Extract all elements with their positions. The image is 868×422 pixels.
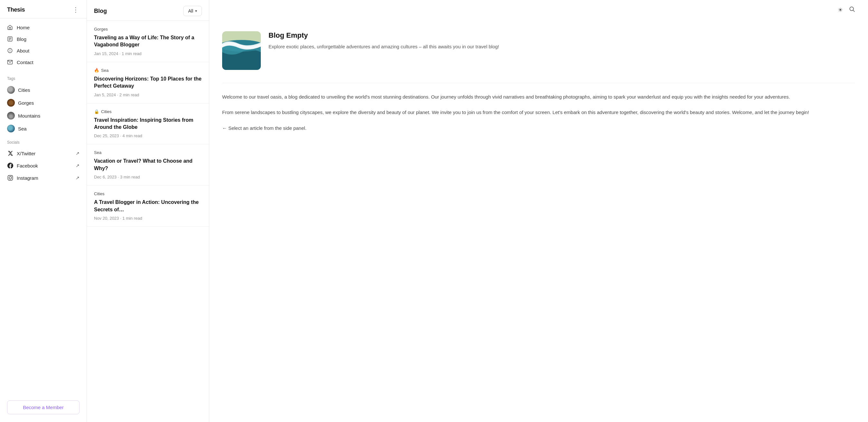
search-icon[interactable] [849,6,855,14]
lock-tag-icon: 🔒 [94,109,99,114]
sidebar-item-cities[interactable]: Cities [0,84,87,96]
filter-dropdown[interactable]: All ▾ [183,6,202,16]
social-item-facebook[interactable]: Facebook ↗ [0,159,87,172]
blog-empty-description: Explore exotic places, unforgettable adv… [269,43,499,51]
sidebar-item-contact[interactable]: Contact [0,56,87,68]
main-nav: Home Blog About [0,18,87,71]
sidebar-bottom: Become a Member [0,394,87,422]
article-read: 3 min read [120,175,140,179]
article-read: 1 min read [122,216,142,221]
sidebar: Thesis ⋮ Home Blog [0,0,87,422]
about-icon [7,48,13,54]
become-member-button[interactable]: Become a Member [7,400,80,414]
svg-rect-8 [8,176,13,180]
sea-tag-icon: 🔥 [94,68,99,73]
blog-label: Blog [17,36,26,42]
chevron-down-icon: ▾ [195,9,197,13]
blog-description: Welcome to our travel oasis, a blog dedi… [222,93,855,132]
svg-point-6 [10,50,10,50]
article-title: Traveling as a Way of Life: The Story of… [94,34,202,49]
cities-label: Cities [18,87,30,93]
home-label: Home [17,25,30,30]
social-item-twitter[interactable]: X/Twitter ↗ [0,147,87,159]
article-tag: Cities [101,109,112,114]
contact-label: Contact [17,60,33,65]
blog-empty-card: Blog Empty Explore exotic places, unforg… [222,31,855,70]
filter-label: All [188,8,193,13]
sidebar-item-blog[interactable]: Blog [0,33,87,45]
twitter-label: X/Twitter [17,151,35,156]
sidebar-item-sea[interactable]: Sea [0,122,87,135]
article-meta: Nov 20, 2023 · 1 min read [94,216,202,221]
blog-panel-title: Blog [94,8,107,14]
theme-toggle-icon[interactable]: ☀ [838,6,843,13]
article-title: Discovering Horizons: Top 10 Places for … [94,76,202,90]
facebook-arrow-icon: ↗ [76,163,80,168]
sidebar-item-gorges[interactable]: Gorges [0,96,87,109]
sea-avatar [7,125,15,132]
article-item[interactable]: Sea Vacation or Travel? What to Choose a… [87,144,209,185]
article-dot: · [117,92,119,97]
article-list-panel: Blog All ▾ Gorges Traveling as a Way of … [87,0,209,422]
mountains-label: Mountains [18,113,40,119]
article-tag-row: Sea [94,150,202,155]
svg-point-10 [11,176,12,177]
facebook-icon [7,162,13,169]
twitter-arrow-icon: ↗ [76,151,80,156]
sidebar-item-about[interactable]: About [0,45,87,56]
article-meta: Jan 15, 2024 · 1 min read [94,51,202,56]
sidebar-item-home[interactable]: Home [0,22,87,33]
article-read: 4 min read [122,133,142,138]
instagram-label: Instagram [17,175,38,181]
article-list-header: Blog All ▾ [87,0,209,21]
facebook-label: Facebook [17,163,38,169]
gorges-label: Gorges [18,100,34,106]
article-date: Dec 6, 2023 [94,175,117,179]
article-tag: Cities [94,191,105,196]
tags-section-label: Tags [0,71,87,84]
cities-avatar [7,86,15,94]
top-bar: ☀ [222,0,855,18]
social-item-instagram[interactable]: Instagram ↗ [0,172,87,184]
article-date: Nov 20, 2023 [94,216,119,221]
divider [222,83,855,83]
sidebar-header: Thesis ⋮ [0,0,87,18]
sidebar-item-mountains[interactable]: Mountains [0,109,87,122]
blog-empty-image [222,31,261,70]
article-dot: · [118,175,120,179]
article-list: Gorges Traveling as a Way of Life: The S… [87,21,209,227]
instagram-arrow-icon: ↗ [76,175,80,180]
article-item[interactable]: Cities A Travel Blogger in Action: Uncov… [87,185,209,227]
article-tag-row: Gorges [94,27,202,32]
more-options-icon[interactable]: ⋮ [72,6,80,13]
gorges-avatar [7,99,15,107]
article-meta: Dec 25, 2023 · 4 min read [94,133,202,138]
about-label: About [17,48,29,54]
article-read: 2 min read [119,92,139,97]
article-title: A Travel Blogger in Action: Uncovering t… [94,199,202,213]
article-item[interactable]: 🔥 Sea Discovering Horizons: Top 10 Place… [87,62,209,103]
article-item[interactable]: 🔒 Cities Travel Inspiration: Inspiring S… [87,103,209,145]
article-tag: Sea [101,68,108,73]
socials-section-label: Socials [0,135,87,147]
article-date: Dec 25, 2023 [94,133,119,138]
main-content: ☀ Blog Empty Explore exotic places, unfo… [209,0,868,422]
article-item[interactable]: Gorges Traveling as a Way of Life: The S… [87,21,209,62]
blog-empty-text: Blog Empty Explore exotic places, unforg… [269,31,499,51]
svg-point-9 [9,177,11,179]
blog-icon [7,36,13,42]
select-article-hint: ← Select an article from the side panel. [222,124,855,132]
blog-paragraph-2: From serene landscapes to bustling citys… [222,108,855,117]
article-tag-row: 🔥 Sea [94,68,202,73]
blog-empty-title: Blog Empty [269,31,499,40]
article-tag: Gorges [94,27,108,32]
article-tag: Sea [94,150,101,155]
article-date: Jan 5, 2024 [94,92,116,97]
blog-paragraph-1: Welcome to our travel oasis, a blog dedi… [222,93,855,101]
svg-line-12 [853,10,855,12]
article-title: Vacation or Travel? What to Choose and W… [94,157,202,172]
home-icon [7,25,13,30]
app-title: Thesis [7,6,25,13]
sea-label: Sea [18,126,27,131]
x-icon [7,150,13,156]
